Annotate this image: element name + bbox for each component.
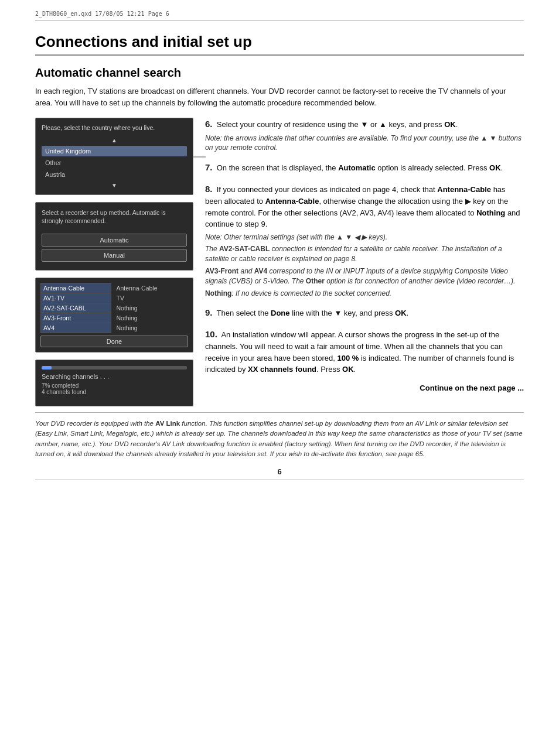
progress-bar-inner bbox=[42, 366, 52, 370]
av-value-1: TV bbox=[111, 293, 188, 303]
step6-number: 6. bbox=[205, 119, 213, 129]
section-heading: Automatic channel search bbox=[35, 66, 524, 80]
screen1: Please, select the country where you liv… bbox=[35, 118, 193, 195]
av-value-4: Nothing bbox=[111, 323, 188, 333]
step8-text: If you connected your devices as indicat… bbox=[205, 185, 520, 229]
step9-text: Then select the Done line with the ▼ key… bbox=[214, 309, 408, 317]
page-wrapper: 2_DTH8060_en.qxd 17/08/05 12:21 Page 6 C… bbox=[0, 0, 559, 756]
step-8: 8. If you connected your devices as indi… bbox=[205, 183, 524, 299]
top-rule bbox=[35, 20, 524, 21]
step6-note: Note: the arrows indicate that other cou… bbox=[205, 134, 524, 153]
title-rule bbox=[35, 54, 524, 56]
page-title: Connections and initial set up bbox=[35, 33, 524, 51]
step-7: 7. On the screen that is displayed, the … bbox=[205, 161, 524, 175]
av-value-3: Nothing bbox=[111, 313, 188, 323]
step8-note1: Note: Other terminal settings (set with … bbox=[205, 232, 524, 242]
step8-number: 8. bbox=[205, 184, 213, 194]
footer-note: Your DVD recorder is equipped with the A… bbox=[35, 419, 524, 459]
av-label-0: Antenna-Cable bbox=[41, 283, 111, 293]
screen2-btn-manual: Manual bbox=[42, 249, 187, 262]
footer-rule-top bbox=[35, 412, 524, 413]
av-table: Antenna-Cable Antenna-Cable AV1-TV TV AV… bbox=[40, 283, 188, 333]
av-label-4: AV4 bbox=[41, 323, 111, 333]
av-row-1: AV1-TV TV bbox=[41, 293, 188, 303]
step8-note3: AV3-Front and AV4 correspond to the IN o… bbox=[205, 266, 524, 286]
step7-number: 7. bbox=[205, 162, 213, 172]
page-number: 6 bbox=[35, 467, 524, 476]
step10-number: 10. bbox=[205, 329, 217, 339]
content-area: Please, select the country where you liv… bbox=[35, 118, 524, 406]
av-row-2: AV2-SAT-CABL Nothing bbox=[41, 303, 188, 313]
step6-text: Select your country of residence using t… bbox=[214, 120, 458, 129]
scroll-arrow-down: ▼ bbox=[42, 182, 187, 189]
step8-note2: The AV2-SAT-CABL connection is intended … bbox=[205, 244, 524, 264]
step-9: 9. Then select the Done line with the ▼ … bbox=[205, 306, 524, 320]
av-row-4: AV4 Nothing bbox=[41, 323, 188, 333]
step7-text: On the screen that is displayed, the Aut… bbox=[214, 163, 503, 172]
bottom-rule bbox=[35, 480, 524, 480]
intro-text: In each region, TV stations are broadcas… bbox=[35, 85, 524, 108]
right-column: 6. Select your country of residence usin… bbox=[205, 118, 524, 406]
screen1-item-2: Austria bbox=[42, 169, 187, 180]
screen1-title: Please, select the country where you liv… bbox=[42, 124, 187, 132]
screen4: Searching channels . . . 7% completed 4 … bbox=[35, 360, 193, 406]
step8-note4: Nothing: If no device is connected to th… bbox=[205, 289, 524, 299]
step-10: 10. An installation window will appear. … bbox=[205, 328, 524, 375]
search-status2: 4 channels found bbox=[42, 389, 187, 395]
av-label-3: AV3-Front bbox=[41, 313, 111, 323]
left-column: Please, select the country where you liv… bbox=[35, 118, 193, 406]
continue-line: Continue on the next page ... bbox=[205, 384, 524, 392]
file-header: 2_DTH8060_en.qxd 17/08/05 12:21 Page 6 bbox=[35, 11, 524, 17]
screen2-text: Select a recorder set up method. Automat… bbox=[42, 208, 187, 225]
search-title: Searching channels . . . bbox=[42, 373, 187, 380]
screen2: Select a recorder set up method. Automat… bbox=[35, 202, 193, 271]
av-label-1: AV1-TV bbox=[41, 293, 111, 303]
step-6: 6. Select your country of residence usin… bbox=[205, 118, 524, 153]
screen2-btn-automatic: Automatic bbox=[42, 234, 187, 247]
step9-number: 9. bbox=[205, 307, 213, 317]
av-row-0: Antenna-Cable Antenna-Cable bbox=[41, 283, 188, 293]
search-status1: 7% completed bbox=[42, 382, 187, 389]
connector-arrow1 bbox=[193, 156, 206, 158]
av-value-0: Antenna-Cable bbox=[111, 283, 188, 293]
screen1-item-0: United Kingdom bbox=[42, 146, 187, 156]
step10-text: An installation window will appear. A cu… bbox=[205, 330, 514, 374]
av-row-3: AV3-Front Nothing bbox=[41, 313, 188, 323]
scroll-arrow-up: ▲ bbox=[42, 137, 187, 143]
progress-bar-outer bbox=[42, 366, 187, 370]
continue-text: Continue on the next page ... bbox=[420, 384, 524, 392]
screen3: Antenna-Cable Antenna-Cable AV1-TV TV AV… bbox=[35, 278, 193, 353]
done-btn: Done bbox=[40, 336, 188, 347]
av-value-2: Nothing bbox=[111, 303, 188, 313]
screen1-item-1: Other bbox=[42, 158, 187, 168]
av-label-2: AV2-SAT-CABL bbox=[41, 303, 111, 313]
